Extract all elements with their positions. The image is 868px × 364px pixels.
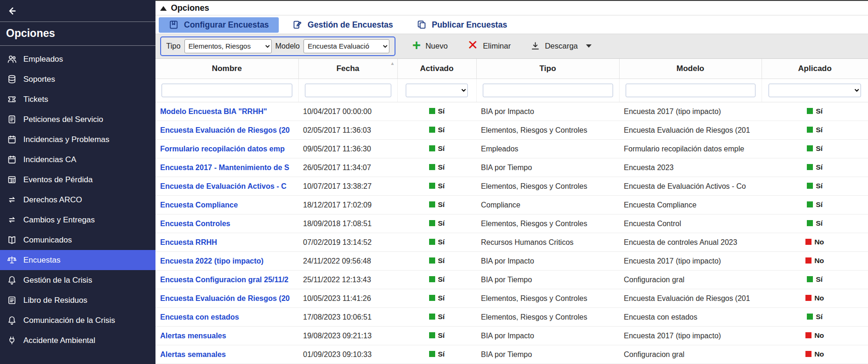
status-text: Sí [438, 257, 445, 265]
sidebar-title: Opciones [0, 22, 155, 46]
users-icon [7, 54, 17, 64]
row-modelo: Encuesta 2017 (tipo impacto) [619, 102, 762, 121]
table-row[interactable]: Encuesta 2017 - Mantenimiento de S26/05/… [155, 158, 868, 177]
sidebar-item-incidencias-y-problemas[interactable]: Incidencias y Problemas [0, 129, 155, 150]
row-name-link[interactable]: Encuesta Controles [160, 220, 230, 228]
modelo-label: Modelo [275, 42, 300, 50]
table-row[interactable]: Encuesta 2022 (tipo impacto)24/11/2022 0… [155, 252, 868, 271]
descarga-label: Descarga [545, 42, 578, 50]
sidebar-item-comunicacion-de-la-crisis[interactable]: Comunicación de la Crisis [0, 310, 155, 330]
table-row[interactable]: Alertas mensuales19/08/2023 09:21:13SíBI… [155, 327, 868, 345]
row-name-link[interactable]: Encuesta 2017 - Mantenimiento de S [160, 164, 289, 171]
status-badge: Sí [429, 294, 445, 302]
table-header-row: NombreFecha▲ActivadoTipoModeloAplicado [155, 59, 868, 79]
status-text: Sí [438, 107, 445, 115]
back-button[interactable] [0, 0, 155, 22]
row-name-link[interactable]: Encuesta de Evaluación Activos - C [160, 182, 287, 190]
status-badge: Sí [429, 275, 445, 284]
table-row[interactable]: Encuesta Compliance18/12/2017 17:02:09Sí… [155, 196, 868, 214]
row-name-link[interactable]: Encuesta Evaluación de Riesgos (20 [160, 294, 289, 302]
filter-aplicado-select[interactable] [769, 84, 861, 97]
row-name-link[interactable]: Alertas semanales [160, 350, 226, 358]
column-header-fecha[interactable]: Fecha▲ [298, 59, 397, 79]
eliminar-button[interactable]: ✕ Eliminar [465, 40, 514, 52]
table-icon [7, 175, 17, 185]
sidebar-item-encuestas[interactable]: Encuestas [0, 250, 155, 270]
table-row[interactable]: Encuesta RRHH07/02/2019 13:14:52SíRecurs… [155, 233, 868, 252]
sidebar-item-accidente-ambiental[interactable]: Accidente Ambiental [0, 330, 155, 350]
collapse-icon[interactable] [160, 6, 167, 11]
list-icon [7, 295, 17, 305]
sidebar-item-empleados[interactable]: Empleados [0, 49, 155, 69]
table-row[interactable]: Encuesta Evaluación de Riesgos (2010/05/… [155, 289, 868, 308]
status-green-square-icon [807, 108, 813, 114]
status-text: Sí [438, 200, 445, 209]
row-modelo: Encuesta Compliance [619, 196, 762, 214]
status-green-square-icon [429, 183, 435, 189]
nuevo-button[interactable]: + Nuevo [409, 40, 451, 52]
sidebar-item-tickets[interactable]: Tickets [0, 89, 155, 109]
column-header-tipo[interactable]: Tipo [476, 59, 619, 79]
column-header-activado[interactable]: Activado [397, 59, 476, 79]
column-header-aplicado[interactable]: Aplicado [762, 59, 868, 79]
status-green-square-icon [429, 127, 435, 133]
descarga-button[interactable]: Descarga [528, 39, 594, 53]
row-tipo: Recursos Humanos Criticos [476, 233, 619, 252]
sidebar-item-derechos-arco[interactable]: Derechos ARCO [0, 190, 155, 210]
filter-fecha-input[interactable] [305, 84, 391, 97]
sidebar-item-peticiones-del-servicio[interactable]: Peticiones del Servicio [0, 109, 155, 129]
sidebar-item-gestion-de-la-crisis[interactable]: Gestión de la Crisis [0, 270, 155, 290]
filter-tipo-input[interactable] [483, 84, 613, 97]
filter-nombre-input[interactable] [162, 84, 292, 97]
table-row[interactable]: Encuesta de Evaluación Activos - C10/07/… [155, 177, 868, 196]
row-name-link[interactable]: Encuesta Compliance [160, 201, 238, 209]
tab-configurar-encuestas[interactable]: Configurar Encuestas [159, 17, 279, 33]
table-row[interactable]: Encuesta Controles18/09/2018 17:08:51SíE… [155, 214, 868, 233]
sidebar-item-soportes[interactable]: Soportes [0, 69, 155, 89]
column-header-label: Modelo [677, 64, 705, 73]
row-fecha: 10/04/2017 00:00:00 [298, 102, 397, 121]
table-row[interactable]: Formulario recopilación datos emp09/05/2… [155, 140, 868, 158]
row-name-link[interactable]: Formulario recopilación datos emp [160, 145, 285, 153]
tab-publicar-encuestas[interactable]: Publicar Encuestas [407, 17, 517, 33]
row-tipo: BIA por Tiempo [476, 345, 619, 364]
row-tipo: Elementos, Riesgos y Controles [476, 177, 619, 196]
row-name-link[interactable]: Encuesta Configuracion gral 25/11/2 [160, 276, 289, 284]
tab-gestion-de-encuestas[interactable]: Gestión de Encuestas [282, 17, 403, 33]
row-name-link[interactable]: Modelo Encuesta BIA "RRHH" [160, 107, 267, 115]
sidebar-item-eventos-de-perdida[interactable]: Eventos de Pérdida [0, 170, 155, 190]
status-badge: Sí [429, 219, 445, 228]
plus-icon: + [412, 41, 421, 50]
row-name-link[interactable]: Encuesta con estados [160, 313, 239, 321]
filter-activado-select[interactable] [406, 84, 468, 97]
tipo-select[interactable]: Elementos, Riesgos [184, 39, 272, 53]
table-row[interactable]: Encuesta Evaluación de Riesgos (2002/05/… [155, 121, 868, 140]
status-text: Sí [438, 182, 445, 190]
status-green-square-icon [807, 201, 813, 207]
status-badge: Sí [429, 200, 445, 209]
modelo-select[interactable]: Encuesta Evaluació [303, 39, 389, 53]
row-name-link[interactable]: Alertas mensuales [160, 332, 226, 340]
row-name-link[interactable]: Encuesta 2022 (tipo impacto) [160, 257, 263, 265]
status-badge: Sí [807, 200, 823, 209]
row-name-link[interactable]: Encuesta RRHH [160, 238, 217, 246]
filter-modelo-input[interactable] [626, 84, 755, 97]
row-name-link[interactable]: Encuesta Evaluación de Riesgos (20 [160, 126, 289, 134]
column-header-modelo[interactable]: Modelo [619, 59, 762, 79]
table-row[interactable]: Alertas semanales01/09/2023 09:10:33SíBI… [155, 345, 868, 364]
sidebar-item-incidencias-ca[interactable]: Incidencias CA [0, 150, 155, 170]
column-header-nombre[interactable]: Nombre [155, 59, 298, 79]
sidebar-item-cambios-y-entregas[interactable]: Cambios y Entregas [0, 210, 155, 230]
tab-bar: Configurar EncuestasGestión de Encuestas… [155, 15, 868, 34]
sidebar-item-comunicados[interactable]: Comunicados [0, 230, 155, 250]
table-row[interactable]: Encuesta Configuracion gral 25/11/225/11… [155, 271, 868, 289]
table-row[interactable]: Modelo Encuesta BIA "RRHH"10/04/2017 00:… [155, 102, 868, 121]
row-tipo: Elementos, Riesgos y Controles [476, 289, 619, 308]
sidebar-item-libro-de-residuos[interactable]: Libro de Residuos [0, 290, 155, 310]
row-tipo: BIA por Tiempo [476, 271, 619, 289]
status-badge: Sí [429, 144, 445, 153]
table-row[interactable]: Encuesta con estados17/08/2023 10:06:51S… [155, 308, 868, 327]
bell-icon [7, 315, 17, 325]
row-tipo: Empleados [476, 140, 619, 158]
status-badge: Sí [807, 219, 823, 228]
